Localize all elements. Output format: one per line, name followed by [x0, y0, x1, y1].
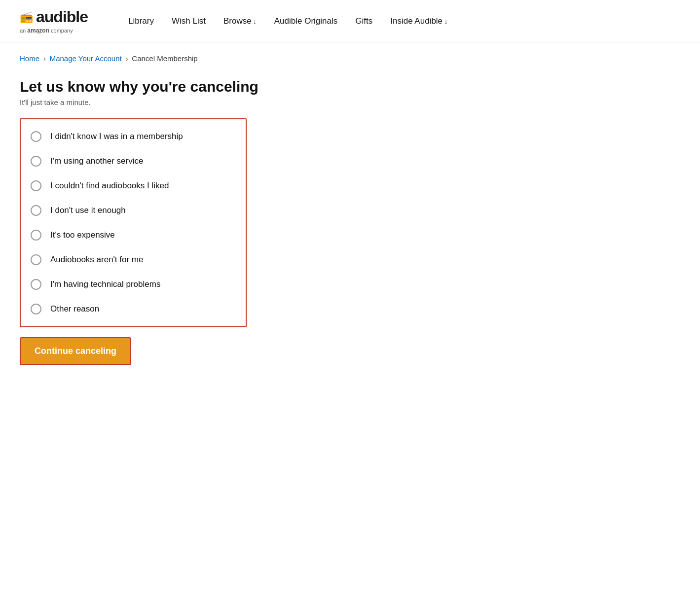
radio-r8[interactable] — [31, 304, 41, 314]
main-content: Let us know why you're canceling It'll j… — [0, 67, 345, 395]
reason-label-2[interactable]: I'm using another service — [50, 156, 143, 166]
breadcrumb: Home › Manage Your Account › Cancel Memb… — [0, 42, 700, 67]
amazon-text: amazon — [27, 27, 49, 34]
radio-r4[interactable] — [31, 205, 41, 216]
reason-label-3[interactable]: I couldn't find audiobooks I liked — [50, 181, 169, 191]
continue-canceling-button[interactable]: Continue canceling — [20, 337, 131, 365]
reason-option-3[interactable]: I couldn't find audiobooks I liked — [31, 173, 236, 198]
reason-label-6[interactable]: Audiobooks aren't for me — [50, 255, 143, 265]
reason-option-1[interactable]: I didn't know I was in a membership — [31, 124, 236, 149]
reason-label-7[interactable]: I'm having technical problems — [50, 279, 160, 289]
radio-r7[interactable] — [31, 279, 41, 290]
radio-r5[interactable] — [31, 230, 41, 241]
reason-label-1[interactable]: I didn't know I was in a membership — [50, 132, 183, 141]
nav-wish-list[interactable]: Wish List — [172, 16, 206, 26]
nav-library[interactable]: Library — [128, 16, 154, 26]
reason-label-4[interactable]: I don't use it enough — [50, 206, 126, 215]
breadcrumb-sep-2: › — [126, 55, 128, 63]
logo-area: 📻 audible an amazon company — [20, 8, 99, 34]
logo-text: audible — [36, 8, 88, 26]
radio-r1[interactable] — [31, 131, 41, 142]
reason-label-5[interactable]: It's too expensive — [50, 230, 115, 240]
reason-option-7[interactable]: I'm having technical problems — [31, 272, 236, 297]
site-header: 📻 audible an amazon company Library Wish… — [0, 0, 700, 42]
page-subtitle: It'll just take a minute. — [20, 98, 326, 106]
logo-sub: an amazon company — [20, 27, 99, 34]
reason-option-4[interactable]: I don't use it enough — [31, 198, 236, 223]
reason-option-5[interactable]: It's too expensive — [31, 223, 236, 247]
nav-inside-audible[interactable]: Inside Audible — [390, 16, 447, 26]
breadcrumb-manage[interactable]: Manage Your Account — [50, 54, 122, 63]
radio-r6[interactable] — [31, 254, 41, 265]
radio-r2[interactable] — [31, 156, 41, 167]
main-nav: Library Wish List Browse Audible Origina… — [128, 16, 447, 26]
nav-browse[interactable]: Browse — [223, 16, 257, 26]
radio-r3[interactable] — [31, 180, 41, 191]
reason-label-8[interactable]: Other reason — [50, 304, 99, 314]
breadcrumb-current: Cancel Membership — [132, 54, 197, 63]
audible-signal-icon: 📻 — [20, 11, 33, 24]
reason-option-8[interactable]: Other reason — [31, 297, 236, 321]
breadcrumb-home[interactable]: Home — [20, 54, 39, 63]
logo-wordmark: 📻 audible — [20, 8, 99, 26]
breadcrumb-sep-1: › — [43, 55, 46, 63]
nav-audible-originals[interactable]: Audible Originals — [274, 16, 338, 26]
reason-option-2[interactable]: I'm using another service — [31, 149, 236, 173]
page-title: Let us know why you're canceling — [20, 78, 326, 95]
nav-gifts[interactable]: Gifts — [355, 16, 372, 26]
reason-option-6[interactable]: Audiobooks aren't for me — [31, 247, 236, 272]
reason-box: I didn't know I was in a membershipI'm u… — [20, 118, 247, 327]
